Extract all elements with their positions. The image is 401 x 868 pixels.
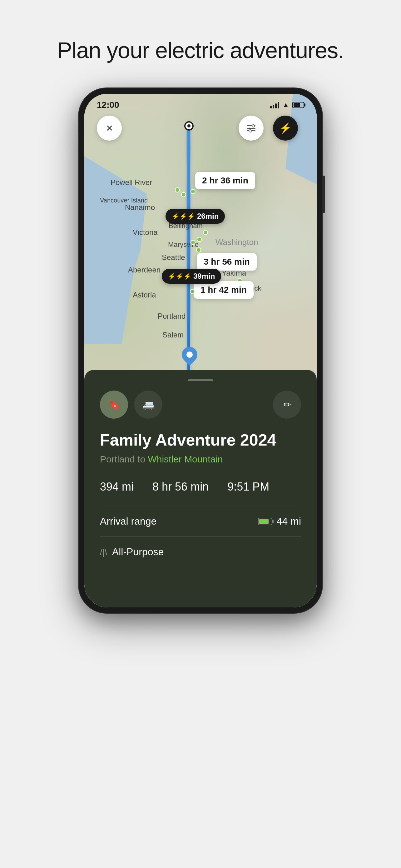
transit-icon: 🚐 (143, 399, 154, 410)
map-label-washington: Washington (215, 238, 258, 247)
panel-action-row: 🔖 🚐 ✏ (100, 391, 301, 419)
trip-route: Portland to Whistler Mountain (100, 454, 301, 465)
transit-button[interactable]: 🚐 (134, 391, 162, 419)
station-dot (197, 237, 202, 242)
mode-label: All-Purpose (112, 546, 164, 558)
charging-badge-2: ⚡⚡⚡ 39min (162, 269, 221, 284)
battery-range-indicator (258, 518, 272, 525)
map-label-aberdeen: Aberdeen (128, 266, 161, 274)
status-icons: ▲ (270, 101, 304, 109)
drive-mode-row: /|\ All-Purpose (100, 546, 301, 558)
arrival-range-miles: 44 mi (277, 516, 301, 527)
charging-badge-1: ⚡⚡⚡ 26min (166, 209, 225, 224)
phone-mockup: 12:00 ▲ ✕ (79, 88, 322, 613)
arrival-range-label: Arrival range (100, 516, 157, 527)
origin-marker (184, 121, 194, 131)
status-bar: 12:00 ▲ (97, 100, 304, 110)
bookmark-button[interactable]: 🔖 (100, 391, 128, 419)
divider-1 (100, 506, 301, 506)
signal-icon (270, 101, 279, 108)
map-label-astoria: Astoria (133, 290, 156, 299)
map-label-powell-river: Powell River (110, 178, 152, 187)
station-dot (181, 192, 186, 197)
trip-arrival-time: 9:51 PM (227, 480, 269, 493)
arrival-range-row: Arrival range 44 mi (100, 516, 301, 527)
route-separator: to (137, 454, 148, 464)
station-dot (196, 247, 201, 252)
map-view: 12:00 ▲ ✕ (84, 94, 317, 397)
flash-icon: ⚡ (279, 122, 292, 134)
flash-button[interactable]: ⚡ (273, 116, 298, 141)
trip-stats: 394 mi 8 hr 56 min 9:51 PM (100, 480, 301, 493)
station-dot (191, 189, 196, 194)
station-dot (175, 187, 180, 192)
map-label-portland: Portland (158, 312, 186, 320)
filter-button[interactable] (239, 116, 264, 141)
time-badge-2: 3 hr 56 min (197, 253, 257, 271)
close-button[interactable]: ✕ (97, 116, 122, 141)
trip-details-panel: 🔖 🚐 ✏ Family Adventure 2024 Portland to (84, 370, 317, 608)
time-badge-3: 1 hr 42 min (194, 281, 254, 299)
map-label-nanaimo: Nanaimo (125, 203, 155, 212)
mode-road-icon: /|\ (100, 547, 107, 557)
arrival-range-value: 44 mi (258, 516, 301, 527)
page-headline: Plan your electric adventures. (57, 37, 344, 63)
map-label-seattle: Seattle (162, 253, 185, 262)
panel-left-buttons: 🔖 🚐 (100, 391, 162, 419)
wifi-icon: ▲ (282, 101, 289, 109)
map-label-victoria: Victoria (133, 228, 158, 237)
trip-distance: 394 mi (100, 480, 134, 493)
charging-time-2: 39min (193, 272, 215, 281)
charging-bolts-1: ⚡⚡⚡ (172, 213, 195, 220)
edit-button[interactable]: ✏ (273, 391, 301, 419)
charging-time-1: 26min (197, 212, 219, 221)
edit-icon: ✏ (283, 400, 291, 410)
route-line (188, 122, 190, 378)
bookmark-icon: 🔖 (108, 399, 120, 410)
drag-handle[interactable] (188, 379, 213, 381)
time-badge-1: 2 hr 36 min (195, 172, 255, 189)
route-from: Portland (100, 454, 135, 464)
phone-screen: 12:00 ▲ ✕ (84, 94, 317, 608)
filter-icon (247, 125, 256, 131)
status-time: 12:00 (97, 100, 119, 110)
battery-icon (292, 102, 304, 108)
map-label-salem: Salem (162, 331, 183, 339)
phone-frame: 12:00 ▲ ✕ (79, 88, 322, 613)
route-to: Whistler Mountain (148, 454, 223, 464)
destination-marker (182, 347, 197, 366)
divider-2 (100, 536, 301, 537)
charging-bolts-2: ⚡⚡⚡ (168, 273, 192, 280)
trip-title: Family Adventure 2024 (100, 431, 301, 449)
station-dot (203, 230, 208, 235)
trip-duration: 8 hr 56 min (153, 480, 209, 493)
station-dot (191, 240, 196, 245)
